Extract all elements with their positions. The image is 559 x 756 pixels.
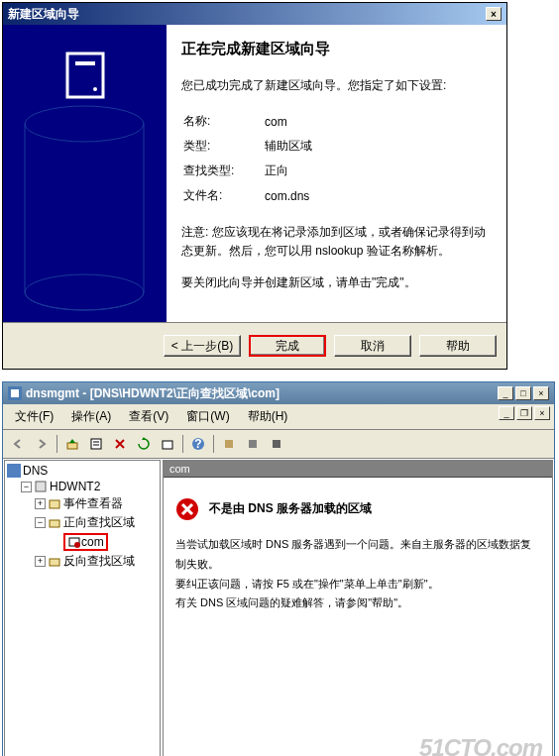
file-label: 文件名: bbox=[183, 184, 263, 207]
menu-action[interactable]: 操作(A) bbox=[63, 406, 119, 427]
dns-icon bbox=[7, 464, 21, 478]
properties-button[interactable] bbox=[85, 433, 107, 455]
delete-button[interactable] bbox=[109, 433, 131, 455]
tree-eventviewer[interactable]: + 事件查看器 bbox=[7, 494, 158, 513]
tree-root[interactable]: DNS bbox=[7, 463, 158, 479]
wizard-final: 要关闭此向导并创建新区域，请单击"完成"。 bbox=[181, 274, 487, 291]
mmc-titlebar[interactable]: dnsmgmt - [DNS\HDWNT2\正向查找区域\com] _ □ × bbox=[3, 382, 554, 404]
table-row: 名称: com bbox=[183, 110, 312, 133]
tree-reverse[interactable]: + 反向查找区域 bbox=[7, 552, 158, 571]
server-icon bbox=[61, 50, 109, 101]
back-nav-button[interactable] bbox=[7, 433, 29, 455]
refresh-button[interactable] bbox=[133, 433, 155, 455]
wizard-body: 正在完成新建区域向导 您已成功完成了新建区域向导。您指定了如下设置: 名称: c… bbox=[3, 25, 506, 322]
collapse-icon[interactable]: − bbox=[35, 517, 46, 528]
mmc-menubar: 文件(F) 操作(A) 查看(V) 窗口(W) 帮助(H) _ ❐ × bbox=[3, 404, 554, 430]
cancel-button[interactable]: 取消 bbox=[334, 335, 411, 357]
error-title: 不是由 DNS 服务器加载的区域 bbox=[209, 497, 372, 517]
server-tree-icon bbox=[34, 480, 48, 493]
folder-icon bbox=[48, 516, 61, 530]
menu-view[interactable]: 查看(V) bbox=[121, 406, 176, 427]
child-minimize-button[interactable]: _ bbox=[499, 406, 514, 420]
svg-rect-8 bbox=[91, 439, 101, 449]
tree-forward[interactable]: − 正向查找区域 bbox=[7, 513, 158, 532]
svg-point-22 bbox=[74, 542, 80, 548]
svg-rect-18 bbox=[36, 482, 46, 491]
menu-help[interactable]: 帮助(H) bbox=[240, 406, 296, 427]
table-row: 查找类型: 正向 bbox=[183, 160, 312, 182]
close-button[interactable]: × bbox=[533, 386, 549, 400]
svg-rect-7 bbox=[67, 443, 77, 449]
selected-highlight: com bbox=[63, 533, 108, 551]
error-line2: 要纠正该问题，请按 F5 或在"操作"菜单上单击"刷新"。 bbox=[175, 575, 540, 594]
help-button[interactable]: 帮助 bbox=[419, 335, 497, 357]
wizard-title: 新建区域向导 bbox=[8, 6, 79, 23]
svg-point-4 bbox=[25, 274, 144, 310]
error-line3: 有关 DNS 区域问题的疑难解答，请参阅"帮助"。 bbox=[175, 594, 540, 613]
detail-header: com bbox=[164, 461, 552, 478]
svg-rect-16 bbox=[273, 440, 280, 448]
detail-panel: com 不是由 DNS 服务器加载的区域 当尝试加载区域时 DNS 服务器遇到一… bbox=[163, 460, 553, 756]
table-row: 类型: 辅助区域 bbox=[183, 135, 312, 158]
tree-panel[interactable]: DNS − HDWNT2 + 事件查看器 − 正向查找区域 bbox=[4, 460, 161, 756]
table-row: 文件名: com.dns bbox=[183, 184, 312, 207]
maximize-button[interactable]: □ bbox=[515, 386, 531, 400]
toolbar-separator bbox=[56, 435, 57, 453]
mmc-content-wrap: DNS − HDWNT2 + 事件查看器 − 正向查找区域 bbox=[3, 459, 554, 756]
svg-point-3 bbox=[25, 106, 144, 142]
minimize-button[interactable]: _ bbox=[498, 386, 513, 400]
tree-server[interactable]: − HDWNT2 bbox=[7, 479, 158, 494]
svg-rect-17 bbox=[7, 464, 21, 478]
mmc-content: DNS − HDWNT2 + 事件查看器 − 正向查找区域 bbox=[3, 459, 554, 756]
wizard-sidebar bbox=[3, 25, 167, 322]
collapse-icon[interactable]: − bbox=[21, 482, 32, 492]
svg-rect-6 bbox=[11, 389, 19, 397]
child-window-buttons: _ ❐ × bbox=[499, 406, 550, 427]
mmc-toolbar: ? bbox=[3, 430, 554, 459]
error-row: 不是由 DNS 服务器加载的区域 bbox=[175, 497, 540, 521]
mmc-window: dnsmgmt - [DNS\HDWNT2\正向查找区域\com] _ □ × … bbox=[2, 381, 555, 756]
child-restore-button[interactable]: ❐ bbox=[516, 406, 532, 420]
finish-button[interactable]: 完成 bbox=[249, 335, 326, 357]
svg-rect-23 bbox=[50, 559, 59, 566]
name-label: 名称: bbox=[183, 110, 263, 133]
wizard-titlebar[interactable]: 新建区域向导 × bbox=[3, 3, 506, 25]
back-button[interactable]: < 上一步(B) bbox=[164, 335, 241, 357]
wizard-buttons: < 上一步(B) 完成 取消 帮助 bbox=[3, 322, 506, 369]
tool-btn-2[interactable] bbox=[242, 433, 264, 455]
child-close-button[interactable]: × bbox=[534, 406, 550, 420]
menu-window[interactable]: 窗口(W) bbox=[178, 406, 237, 427]
export-button[interactable] bbox=[157, 433, 178, 455]
wizard-dialog: 新建区域向导 × 正在完成新建区域向导 您已成功完成了新建区域向导。您指定了如下… bbox=[2, 2, 507, 370]
folder-icon bbox=[48, 555, 61, 569]
tree-label: 反向查找区域 bbox=[63, 553, 135, 570]
help-toolbar-button[interactable]: ? bbox=[187, 433, 209, 455]
svg-rect-1 bbox=[75, 61, 95, 65]
expand-icon[interactable]: + bbox=[35, 556, 46, 567]
window-buttons: _ □ × bbox=[498, 386, 549, 400]
menu-file[interactable]: 文件(F) bbox=[7, 406, 61, 427]
tree-com[interactable]: com bbox=[7, 532, 158, 552]
tool-btn-3[interactable] bbox=[266, 433, 287, 455]
close-icon[interactable]: × bbox=[486, 7, 502, 21]
up-button[interactable] bbox=[61, 433, 83, 455]
lookup-label: 查找类型: bbox=[183, 160, 263, 182]
tree-label: DNS bbox=[23, 464, 48, 478]
name-value: com bbox=[265, 110, 312, 133]
tree-label: 正向查找区域 bbox=[63, 514, 135, 531]
cylinder-icon bbox=[13, 104, 157, 312]
expand-icon[interactable]: + bbox=[35, 498, 46, 509]
wizard-settings-table: 名称: com 类型: 辅助区域 查找类型: 正向 文件名: com.dns bbox=[181, 108, 314, 209]
wizard-content: 正在完成新建区域向导 您已成功完成了新建区域向导。您指定了如下设置: 名称: c… bbox=[167, 25, 506, 322]
tree-label: 事件查看器 bbox=[63, 495, 123, 512]
svg-rect-0 bbox=[67, 54, 103, 97]
toolbar-separator bbox=[182, 435, 183, 453]
type-label: 类型: bbox=[183, 135, 263, 158]
event-icon bbox=[48, 497, 61, 511]
svg-rect-19 bbox=[50, 500, 59, 508]
tool-btn-1[interactable] bbox=[218, 433, 240, 455]
zone-error-icon bbox=[67, 535, 81, 549]
forward-nav-button[interactable] bbox=[31, 433, 53, 455]
error-line1: 当尝试加载区域时 DNS 服务器遇到一个问题。来自主服务器的区域数据复制失败。 bbox=[175, 535, 540, 575]
file-value: com.dns bbox=[265, 184, 312, 207]
